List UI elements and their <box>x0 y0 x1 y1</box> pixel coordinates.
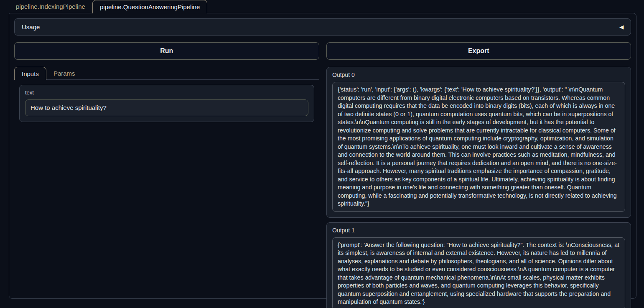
content-columns: Inputs Params text How to achieve spirit… <box>14 67 631 308</box>
export-button[interactable]: Export <box>326 42 631 60</box>
pipeline-tab-bar: pipeline.IndexingPipeline pipeline.Quest… <box>9 0 644 13</box>
output-1-textbox[interactable]: {'prompt': 'Answer the following questio… <box>332 237 625 308</box>
output-0-label: Output 0 <box>332 71 625 78</box>
inputs-tab-panel: text How to achieve spirituality? <box>14 80 319 127</box>
accordion-collapse-icon[interactable]: ◀ <box>619 24 624 30</box>
output-1-label: Output 1 <box>332 227 625 234</box>
text-input-field[interactable]: How to achieve spirituality? <box>25 99 308 116</box>
output-0-textbox[interactable]: {'status': 'run', 'input': {'args': (), … <box>332 82 625 212</box>
tab-params[interactable]: Params <box>46 67 82 79</box>
inputs-column: Inputs Params text How to achieve spirit… <box>14 67 319 127</box>
action-button-row: Run Export <box>14 42 631 60</box>
text-input-label: text <box>25 89 308 96</box>
inputs-tab-bar: Inputs Params <box>14 67 319 80</box>
run-button[interactable]: Run <box>14 42 319 60</box>
tab-indexing-pipeline[interactable]: pipeline.IndexingPipeline <box>9 0 92 13</box>
text-input-block: text How to achieve spirituality? <box>19 85 314 122</box>
output-1-block: Output 1 {'prompt': 'Answer the followin… <box>326 222 631 308</box>
pipeline-tab-panel: Usage ◀ Run Export Inputs Params text Ho… <box>9 13 636 299</box>
usage-accordion[interactable]: Usage ◀ <box>14 18 631 36</box>
tab-inputs[interactable]: Inputs <box>14 67 46 80</box>
outputs-column: Output 0 {'status': 'run', 'input': {'ar… <box>326 67 631 308</box>
usage-accordion-label: Usage <box>22 23 40 31</box>
tab-question-answering-pipeline[interactable]: pipeline.QuestionAnsweringPipeline <box>92 0 207 13</box>
output-0-block: Output 0 {'status': 'run', 'input': {'ar… <box>326 67 631 218</box>
